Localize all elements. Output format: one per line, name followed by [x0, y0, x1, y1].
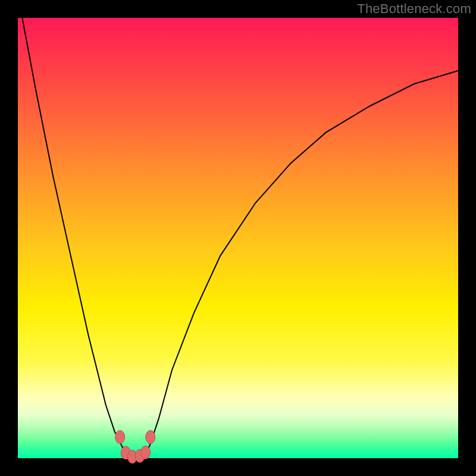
plot-area — [18, 18, 458, 458]
dip-marker-1 — [115, 430, 125, 443]
dip-marker-6 — [146, 430, 155, 443]
watermark-text: TheBottleneck.com — [357, 1, 471, 17]
dip-marker-5 — [141, 446, 151, 459]
chart-frame: TheBottleneck.com — [0, 0, 476, 476]
plot-svg — [18, 18, 458, 458]
bottleneck-curve — [22, 18, 458, 458]
